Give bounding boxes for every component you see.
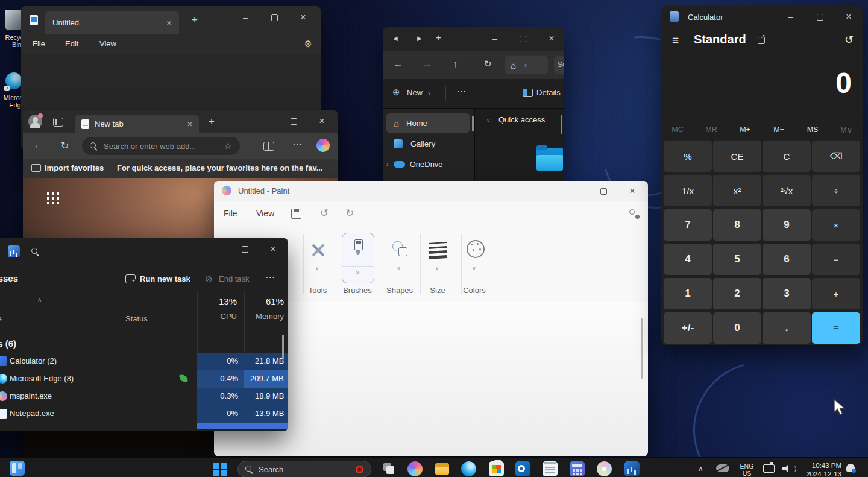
forward-icon[interactable]: → (423, 58, 432, 69)
breadcrumb-home[interactable]: ⌂ › (505, 56, 548, 74)
back-icon[interactable]: ← (394, 58, 403, 69)
square-button[interactable]: x² (713, 175, 761, 206)
maximize-button[interactable] (231, 240, 258, 258)
profile-avatar[interactable] (28, 115, 42, 128)
menu-view[interactable]: View (99, 39, 116, 48)
outlook-icon[interactable] (515, 461, 530, 476)
column-cpu[interactable]: CPU (197, 312, 237, 321)
sidebar-item-home[interactable]: ⌂ Home (386, 113, 470, 133)
chevron-down-icon[interactable]: ∨ (427, 90, 432, 96)
share-icon[interactable] (629, 209, 635, 215)
copilot-icon[interactable] (316, 139, 330, 152)
edge-icon[interactable] (461, 461, 476, 476)
chevron-down-icon[interactable]: ∨ (435, 265, 439, 271)
refresh-icon[interactable]: ↻ (61, 140, 69, 151)
minimize-button[interactable]: – (778, 8, 804, 26)
clear-entry-button[interactable]: CE (713, 141, 761, 172)
new-plus-icon[interactable]: ⊕ (392, 87, 400, 98)
details-button-label[interactable]: Details (536, 88, 561, 97)
chevron-down-icon[interactable]: ∨ (472, 265, 476, 271)
store-icon[interactable] (489, 461, 504, 476)
keep-on-top-icon[interactable]: ↗ (758, 37, 765, 44)
colors-palette-icon[interactable] (467, 240, 485, 258)
tab-next-icon[interactable]: ▶ (417, 35, 422, 42)
memory-subtract-button[interactable]: M− (763, 125, 795, 134)
tray-language-indicator[interactable]: ENG US (738, 463, 756, 477)
address-bar[interactable]: Search or enter web add... ☆ (82, 137, 240, 155)
divide-button[interactable]: ÷ (812, 175, 860, 206)
file-explorer-icon[interactable] (435, 461, 450, 476)
chevron-right-icon[interactable]: › (386, 160, 389, 168)
more-options-icon[interactable]: ⋯ (456, 86, 466, 97)
tools-icon[interactable] (309, 241, 327, 259)
minimize-button[interactable]: – (561, 182, 588, 200)
notepad-tab[interactable]: Untitled × (45, 11, 179, 34)
maximize-button[interactable] (280, 112, 307, 130)
tab-close-icon[interactable]: × (166, 17, 172, 28)
size-icon[interactable] (429, 242, 447, 258)
subtract-button[interactable]: − (812, 244, 860, 275)
minimize-button[interactable]: – (203, 240, 229, 258)
group-tools-label[interactable]: Tools (304, 286, 331, 295)
history-icon[interactable]: ↺ (844, 33, 854, 46)
edge-new-tab-button[interactable]: + (209, 116, 215, 128)
tray-volume-icon[interactable] (782, 464, 796, 473)
tray-notification-bell-icon[interactable] (846, 464, 855, 472)
menu-file[interactable]: File (224, 209, 237, 218)
table-row-name[interactable]: Calculator (2) (10, 356, 57, 365)
split-screen-icon[interactable] (263, 142, 274, 151)
explorer-search-box[interactable]: Search (554, 56, 564, 74)
seven-button[interactable]: 7 (664, 209, 712, 241)
close-button[interactable]: × (290, 8, 316, 27)
run-new-task-button[interactable]: Run new task (140, 274, 190, 283)
group-brushes-label[interactable]: Brushes (341, 286, 374, 295)
add-button[interactable]: + (812, 278, 860, 309)
group-shapes-label[interactable]: Shapes (386, 286, 413, 295)
minimize-button[interactable]: – (250, 112, 277, 130)
redo-icon[interactable]: ↻ (345, 207, 354, 220)
hamburger-menu-icon[interactable]: ≡ (672, 34, 679, 47)
more-options-icon[interactable]: ⋯ (265, 271, 275, 283)
column-name[interactable]: Name (0, 314, 2, 323)
one-button[interactable]: 1 (664, 278, 712, 309)
column-status[interactable]: Status (125, 314, 148, 323)
two-button[interactable]: 2 (713, 278, 761, 309)
decimal-button[interactable]: . (763, 312, 811, 344)
memory-dropdown-button[interactable]: M∨ (830, 125, 863, 134)
zero-button[interactable]: 0 (713, 312, 761, 344)
end-task-button[interactable]: End task (219, 274, 250, 283)
menu-edit[interactable]: Edit (65, 39, 78, 48)
minimize-button[interactable]: – (232, 8, 259, 27)
maximize-button[interactable] (511, 30, 535, 48)
square-root-button[interactable]: ²√x (763, 175, 811, 206)
tab-actions-icon[interactable] (53, 118, 63, 127)
quick-access-label[interactable]: Quick access (498, 115, 545, 124)
edge-tab[interactable]: New tab × (75, 115, 199, 133)
four-button[interactable]: 4 (664, 244, 712, 275)
chevron-down-icon[interactable]: ∨ (486, 118, 491, 124)
main-pane-scrollbar[interactable] (561, 115, 562, 134)
more-options-icon[interactable]: ⋯ (292, 139, 302, 150)
import-favorites-label[interactable]: Import favorites (45, 163, 104, 172)
backspace-button[interactable]: ⌫ (812, 141, 860, 172)
reciprocal-button[interactable]: 1/x (664, 175, 712, 206)
close-button[interactable]: × (309, 112, 335, 130)
memory-recall-button[interactable]: MR (695, 125, 728, 134)
menu-view[interactable]: View (256, 209, 274, 218)
sidebar-item-gallery[interactable]: Gallery (386, 134, 470, 153)
favorite-star-icon[interactable]: ☆ (224, 141, 232, 151)
nine-button[interactable]: 9 (763, 209, 811, 241)
onedrive-paused-icon[interactable] (716, 464, 729, 472)
notepad-icon[interactable] (542, 461, 558, 476)
explorer-new-tab-button[interactable]: + (436, 33, 441, 43)
tab-prev-icon[interactable]: ◀ (393, 35, 398, 42)
close-button[interactable]: × (260, 240, 286, 258)
table-row-name[interactable]: mspaint.exe (10, 391, 52, 400)
menu-file[interactable]: File (33, 39, 45, 48)
maximize-button[interactable] (590, 182, 617, 200)
maximize-button[interactable] (807, 8, 833, 26)
widgets-icon[interactable] (10, 461, 25, 476)
start-button[interactable] (213, 463, 227, 476)
column-memory[interactable]: Memory (244, 312, 284, 321)
canvas-scrollbar[interactable] (641, 318, 643, 379)
